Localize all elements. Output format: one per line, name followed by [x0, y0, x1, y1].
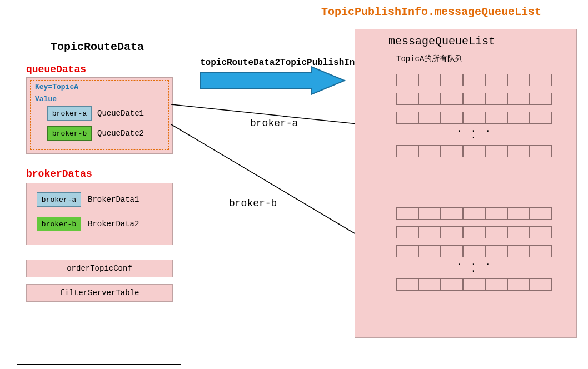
brokerdata-row-0: broker-a BrokerData1	[37, 192, 139, 207]
topicroutedata-title: TopicRouteData	[51, 41, 144, 53]
queue-row	[396, 207, 552, 220]
broker-chip-a: broker-a	[47, 106, 92, 121]
queue-row	[396, 226, 552, 238]
ordertopicconf-box: orderTopicConf	[26, 260, 173, 277]
title-topicpublishinfo: TopicPublishInfo.messageQueueList	[321, 6, 541, 18]
dashed-divider	[33, 93, 166, 93]
broker-chip-b: broker-b	[47, 126, 92, 141]
queue-row	[396, 145, 552, 157]
queue-cell	[396, 74, 418, 86]
queuedata-name-0: QueueDate1	[97, 109, 144, 118]
queue-row	[396, 93, 552, 105]
queuedatas-box: Key=TopicA Value broker-a QueueDate1 bro…	[26, 77, 173, 154]
brokerdatas-box: broker-a BrokerData1 broker-b BrokerData…	[26, 183, 173, 245]
edge-label-broker-b: broker-b	[229, 198, 277, 209]
brokerdatas-label: brokerDatas	[26, 168, 92, 179]
queuedata-row-1: broker-b QueueDate2	[47, 126, 144, 141]
queue-row	[396, 112, 552, 124]
broker-chip-b-2: broker-b	[37, 217, 81, 231]
queuedatas-key: Key=TopicA	[35, 83, 78, 91]
queue-group-b: · · · ·	[396, 207, 552, 291]
vertical-dots-icon: ·	[396, 270, 552, 273]
queue-group-a: · · · ·	[396, 74, 552, 157]
broker-chip-a-2: broker-a	[37, 192, 81, 207]
edge-label-broker-a: broker-a	[250, 118, 298, 129]
svg-line-3	[171, 124, 373, 245]
queuedatas-label: queueDatas	[26, 64, 86, 75]
brokerdata-name-1: BrokerData2	[88, 220, 139, 228]
transform-function-label: topicRouteData2TopicPublishInfo	[200, 58, 366, 68]
queuedatas-value-label: Value	[35, 95, 57, 103]
svg-marker-1	[200, 67, 345, 94]
messagequeuelist-box: messageQueueList TopicA的所有队列 · · · ·	[355, 29, 577, 338]
queue-row	[396, 278, 552, 291]
brokerdata-name-0: BrokerData1	[88, 195, 139, 204]
queuedatas-dashed-inner: Key=TopicA Value broker-a QueueDate1 bro…	[30, 80, 169, 150]
queue-row	[396, 74, 552, 86]
filterservertable-box: filterServerTable	[26, 284, 173, 302]
messagequeuelist-subtitle: TopicA的所有队列	[396, 54, 463, 64]
blue-arrow-icon	[200, 67, 345, 94]
topicroutedata-box: TopicRouteData queueDatas Key=TopicA Val…	[17, 29, 181, 365]
queue-row	[396, 245, 552, 257]
brokerdata-row-1: broker-b BrokerData2	[37, 217, 139, 231]
messagequeuelist-title: messageQueueList	[388, 35, 495, 48]
vertical-dots-icon: ·	[396, 136, 552, 139]
queuedata-name-1: QueueDate2	[97, 129, 144, 138]
queuedata-row-0: broker-a QueueDate1	[47, 106, 144, 121]
